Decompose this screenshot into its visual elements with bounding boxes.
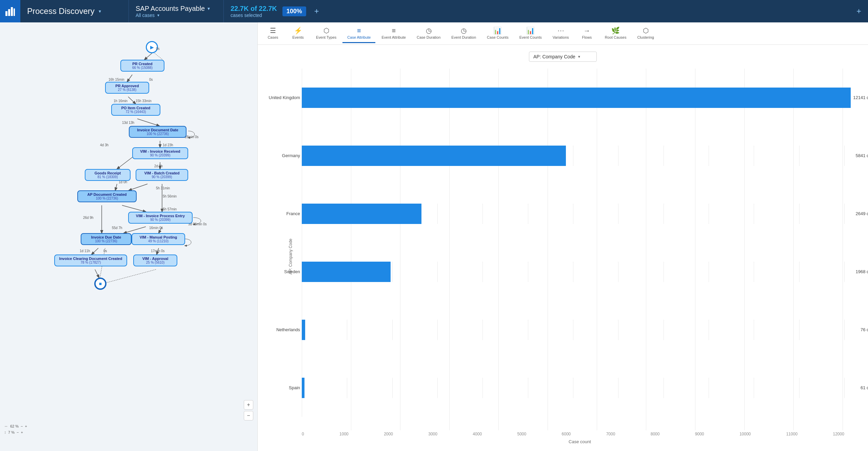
flow-node-invoice-doc-date[interactable]: Invoice Document Date 100 % (22736) (129, 126, 186, 138)
grid-tick (844, 378, 845, 398)
svg-rect-0 (5, 11, 7, 16)
tab-label-event-counts: Event Counts (519, 35, 542, 39)
tab-case-attribute[interactable]: ≡ Case Attribute (342, 24, 375, 43)
bar-fill-0[interactable] (302, 88, 851, 108)
scale-y-minus[interactable]: − (17, 430, 19, 434)
grid-tick (573, 262, 573, 282)
bar-fill-4[interactable] (302, 320, 305, 340)
scale-x-row: ↔ 62 % − + (4, 424, 27, 429)
tab-label-event-attribute: Event Attribute (381, 35, 406, 39)
scale-y-plus[interactable]: + (21, 430, 23, 434)
add-view-button[interactable]: + (314, 6, 319, 16)
grid-tick (573, 204, 573, 224)
y-axis-label: AP: Company Code (288, 238, 293, 274)
flow-node-po-item[interactable]: PO Item Created 72 % (16443) (111, 104, 160, 116)
tab-cases[interactable]: ☰ Cases (261, 24, 285, 43)
grid-tick (482, 204, 483, 224)
x-tick: 2000 (384, 432, 393, 436)
app-name-label: Process Discovery (27, 6, 95, 16)
flow-node-invoice-due-date[interactable]: Invoice Due Date 100 % (22736) (81, 233, 132, 245)
tab-case-duration[interactable]: ◷ Case Duration (412, 24, 445, 43)
tab-icon-case-attribute: ≡ (357, 27, 361, 35)
tab-clustering[interactable]: ⬡ Clustering (632, 24, 659, 43)
header-more-button[interactable]: + (856, 6, 868, 16)
tab-event-attribute[interactable]: ≡ Event Attribute (377, 24, 411, 43)
flow-node-vim-manual-posting[interactable]: VIM - Manual Posting 49 % (11210) (132, 233, 185, 245)
tab-events[interactable]: ⚡ Events (286, 24, 310, 43)
vim-invoice-received-sub: 90 % (20399) (136, 153, 185, 157)
tab-variations[interactable]: ⋯ Variations (548, 24, 574, 43)
flow-node-goods-receipt[interactable]: Goods Receipt 81 % (18309) (85, 169, 131, 181)
grid-tick (709, 262, 709, 282)
flow-end-node[interactable]: ■ (94, 278, 106, 290)
bar-row[interactable]: United Kingdom12141 cases (302, 69, 844, 127)
bar-fill-2[interactable] (302, 204, 421, 224)
scale-x-plus[interactable]: + (25, 424, 27, 428)
flow-canvas: ▶ 0s 16h 15min 0s 1h 16min 15h 33min 13d… (0, 22, 257, 437)
grid-tick (664, 262, 664, 282)
tab-event-types[interactable]: ⬡ Event Types (311, 24, 341, 43)
grid-tick (482, 378, 483, 398)
tab-label-cases: Cases (268, 35, 278, 39)
flow-node-vim-approval[interactable]: VIM - Approval 25 % (5610) (133, 255, 177, 266)
svg-line-6 (155, 53, 163, 60)
tab-case-counts[interactable]: 📊 Case Counts (482, 24, 513, 43)
percent-badge[interactable]: 100% (282, 6, 306, 16)
grid-tick (392, 320, 393, 340)
header-stats: 22.7K of 22.7K cases selected 100% + (224, 5, 326, 18)
grid-tick (664, 378, 664, 398)
svg-line-14 (129, 184, 147, 190)
bar-row[interactable]: France2649 cases (302, 185, 844, 243)
attribute-dropdown[interactable]: AP: Company Code ▾ (529, 52, 597, 62)
flow-node-vim-batch-created[interactable]: VIM - Batch Created 90 % (20399) (136, 169, 188, 181)
flow-node-vim-invoice-process[interactable]: VIM - Invoice Process Entry 90 % (20399) (128, 212, 193, 224)
attribute-dropdown-icon: ▾ (578, 54, 580, 59)
dataset-name-dropdown-icon[interactable]: ▾ (208, 6, 210, 11)
tab-icon-flows: → (584, 27, 590, 35)
bar-fill-3[interactable] (302, 262, 391, 282)
flow-node-vim-invoice-received[interactable]: VIM - Invoice Received 90 % (20399) (132, 147, 188, 159)
app-name-dropdown-icon[interactable]: ▾ (99, 8, 101, 14)
bar-fill-5[interactable] (302, 378, 304, 398)
bar-row[interactable]: Germany5841 cases (302, 127, 844, 185)
bar-fill-1[interactable] (302, 146, 566, 166)
tab-icon-case-counts: 📊 (493, 26, 502, 35)
grid-tick (618, 146, 618, 166)
svg-line-16 (122, 205, 146, 212)
invoice-due-date-label: Invoice Due Date (84, 235, 128, 239)
grid-tick (573, 146, 573, 166)
dataset-filter-dropdown-icon[interactable]: ▾ (157, 13, 159, 18)
scale-x-value: 62 % (10, 424, 19, 428)
pr-created-label: PR Created (124, 62, 161, 66)
right-panel: ☰ Cases ⚡ Events ⬡ Event Types ≡ Case At… (258, 22, 868, 451)
flow-node-ap-doc-created[interactable]: AP Document Created 100 % (22736) (77, 190, 137, 202)
bar-label-1: Germany (264, 153, 300, 158)
zoom-in-button[interactable]: + (244, 400, 253, 410)
edge-label-6: 13d 13h (122, 121, 134, 125)
bar-row[interactable]: Sweden1968 cases (302, 243, 844, 301)
flow-node-invoice-clearing[interactable]: Invoice Clearing Document Created 78 % (… (54, 255, 127, 266)
flow-node-pr-approved[interactable]: PR Approved 27 % (6138) (105, 82, 149, 94)
svg-line-8 (128, 97, 136, 104)
grid-tick (844, 204, 845, 224)
scale-x-minus[interactable]: − (21, 424, 23, 428)
grid-tick (754, 320, 754, 340)
svg-rect-2 (11, 7, 13, 16)
svg-line-23 (95, 269, 99, 278)
bar-row[interactable]: Netherlands76 cases (302, 301, 844, 359)
goods-receipt-sub: 81 % (18309) (88, 175, 127, 179)
tab-root-causes[interactable]: 🌿 Root Causes (600, 24, 631, 43)
bar-track-0: 12141 cases (302, 88, 844, 108)
grid-tick (664, 146, 664, 166)
tab-icon-events: ⚡ (294, 26, 302, 35)
flow-node-pr-created[interactable]: PR Created 66 % (15088) (120, 60, 164, 72)
tab-flows[interactable]: → Flows (575, 24, 599, 43)
tab-event-counts[interactable]: 📊 Event Counts (515, 24, 547, 43)
bar-row[interactable]: Spain61 cases (302, 359, 844, 417)
bar-value-0: 12141 cases (853, 95, 868, 100)
zoom-out-button[interactable]: − (244, 411, 253, 420)
dataset-name[interactable]: SAP Accounts Payable (136, 5, 205, 13)
x-tick: 7000 (606, 432, 615, 436)
tab-event-duration[interactable]: ◷ Event Duration (447, 24, 481, 43)
app-name-section[interactable]: Process Discovery ▾ (20, 0, 129, 22)
